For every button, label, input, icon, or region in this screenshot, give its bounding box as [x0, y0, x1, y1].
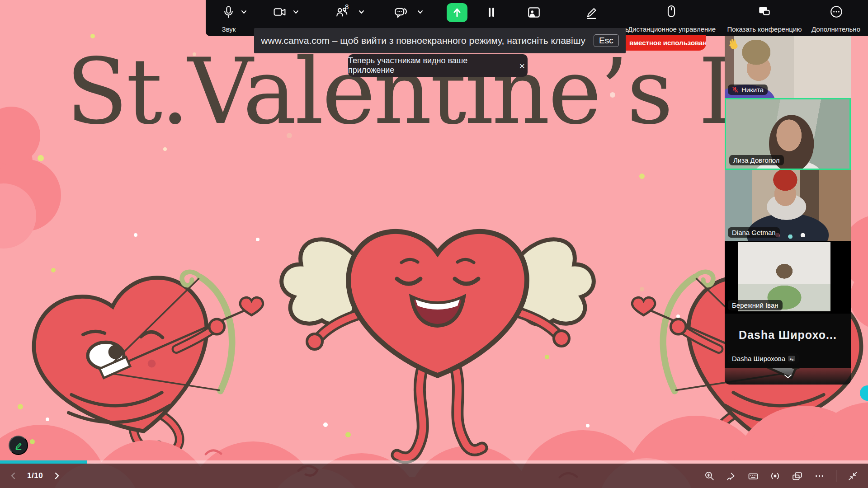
- more-menu-label[interactable]: Дополнительно: [811, 25, 860, 33]
- next-slide-button[interactable]: [54, 472, 60, 480]
- share-up-arrow-icon: [452, 7, 462, 19]
- muted-microphone-icon: [732, 86, 739, 93]
- microphone-icon[interactable]: [222, 5, 235, 19]
- fullscreen-notice-text: www.canva.com – щоб вийти з повноекранно…: [261, 35, 585, 46]
- annotate-tool-icon[interactable]: [585, 5, 599, 20]
- broadcast-icon[interactable]: [770, 471, 780, 481]
- participant-name-label: Лиза Довгопол: [729, 155, 784, 165]
- participants-panel: Никита Лиза Довгопол Diana Getman Бережн…: [725, 36, 851, 385]
- chat-icon[interactable]: [394, 5, 408, 19]
- page-indicator: 1/10: [27, 471, 43, 480]
- camera-menu-chevron-icon[interactable]: [293, 10, 299, 14]
- more-options-icon[interactable]: [814, 471, 825, 481]
- participant-tile-nikita[interactable]: Никита: [725, 36, 851, 98]
- camera-icon[interactable]: [273, 6, 287, 19]
- esc-key-badge: Esc: [594, 34, 619, 47]
- participant-tile-diana[interactable]: Diana Getman: [725, 170, 851, 241]
- sign-pen-icon[interactable]: [726, 471, 736, 481]
- toast-close-icon[interactable]: ×: [517, 61, 528, 71]
- participant-name-label: Diana Getman: [728, 227, 780, 238]
- svg-text:z: z: [790, 357, 792, 361]
- svg-text:z: z: [792, 358, 793, 361]
- participants-count-badge: 8: [345, 3, 349, 10]
- participant-name-label: Dasha Широхова z z: [728, 353, 799, 364]
- fullscreen-notice: www.canva.com – щоб вийти з повноекранно…: [254, 28, 626, 53]
- keyboard-icon[interactable]: [748, 471, 759, 481]
- switch-windows-icon[interactable]: [792, 471, 803, 481]
- sharing-banner-text: вместное использование: [629, 39, 706, 47]
- pause-share-icon[interactable]: [486, 5, 497, 19]
- sharing-toast: Теперь участникам видно ваше приложение …: [348, 54, 528, 77]
- remote-control-label[interactable]: Дистанционное управление: [628, 25, 716, 33]
- show-conference-icon[interactable]: [757, 5, 772, 19]
- screen-sharing-banner: вместное использование: [614, 35, 706, 51]
- controls-divider: [836, 470, 836, 482]
- more-menu-icon[interactable]: [830, 5, 843, 19]
- canva-view-controls: [704, 464, 858, 488]
- previous-slide-button[interactable]: [10, 472, 16, 480]
- zoom-in-icon[interactable]: [704, 471, 715, 481]
- winged-heart: [282, 231, 594, 457]
- page-navigation: 1/10: [10, 464, 60, 488]
- participant-name-label: Никита: [728, 84, 768, 95]
- chevron-down-icon: [783, 374, 793, 379]
- video-thumbnail-icon[interactable]: [527, 5, 541, 19]
- toast-text: Теперь участникам видно ваше приложение: [348, 56, 503, 75]
- cupid-heart: [23, 267, 263, 452]
- pencil-icon: [13, 440, 24, 451]
- slide-progress-fill: [0, 460, 87, 464]
- participants-menu-chevron-icon[interactable]: [359, 10, 364, 14]
- raised-hand-emoji: [727, 38, 740, 52]
- slide-progress-track[interactable]: [0, 460, 868, 464]
- audio-label: Звук: [222, 25, 236, 33]
- collapse-participants-strip[interactable]: [725, 368, 851, 385]
- participant-tile-ivan[interactable]: Бережний Іван: [725, 241, 851, 314]
- participant-name-label: Бережний Іван: [728, 300, 783, 310]
- show-conference-label[interactable]: Показать конференцию: [727, 25, 802, 33]
- participant-placeholder-name: Dasha Широхо...: [739, 328, 837, 342]
- participant-tile-liza-active-speaker[interactable]: Лиза Довгопол: [725, 98, 851, 170]
- share-screen-button[interactable]: [447, 3, 467, 22]
- chat-menu-chevron-icon[interactable]: [417, 10, 423, 14]
- participant-tile-dasha[interactable]: Dasha Широхо... Dasha Широхова z z: [725, 314, 851, 368]
- left-clouds: [0, 107, 61, 249]
- remote-control-icon[interactable]: [665, 5, 678, 20]
- away-zzz-icon: z z: [788, 356, 795, 361]
- exit-fullscreen-icon[interactable]: [848, 471, 858, 481]
- annotate-button[interactable]: [9, 436, 28, 455]
- app-window: St.Valentine’s Da: [0, 0, 868, 488]
- microphone-menu-chevron-icon[interactable]: [241, 10, 247, 14]
- annotation-color-dot: [30, 439, 35, 444]
- presentation-bottom-bar: 1/10: [0, 464, 868, 488]
